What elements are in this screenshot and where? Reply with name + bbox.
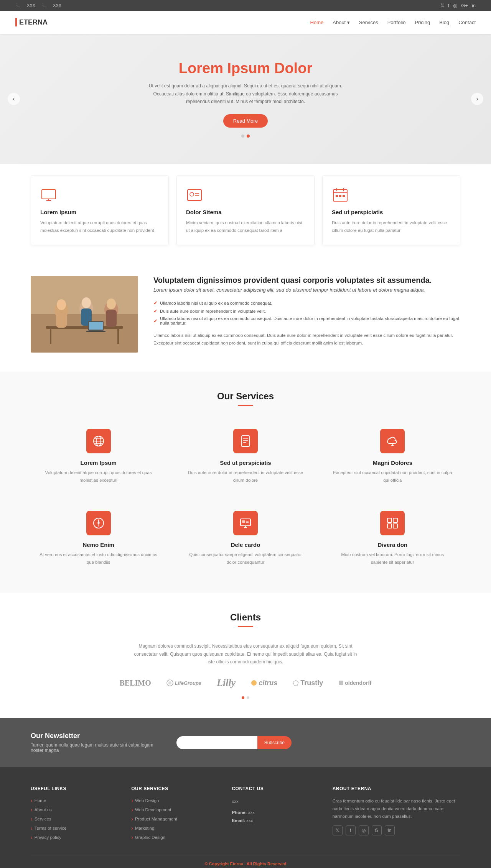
footer-link-privacy[interactable]: Privacy policy [31, 834, 116, 840]
footer-link-about[interactable]: About us [31, 807, 116, 813]
nav-services[interactable]: Services [359, 20, 378, 25]
grid-icon-box [380, 511, 405, 535]
hero-cta-button[interactable]: Read More [223, 114, 268, 128]
nav-pricing[interactable]: Pricing [415, 20, 430, 25]
svg-rect-0 [42, 190, 56, 199]
checklist-item-2: ✔ Duis aute irure dolor in reprehenderit… [153, 307, 460, 315]
footer-link-privacy-anchor[interactable]: Privacy policy [35, 835, 61, 840]
hero-title: Lorem Ipsum Dolor [146, 60, 345, 77]
footer-service-marketing-anchor[interactable]: Marketing [135, 826, 155, 830]
footer-about: About Eterna Cras fermentum odio eu feug… [333, 786, 460, 843]
svg-rect-17 [50, 329, 51, 344]
hero-dot-1[interactable] [241, 135, 244, 138]
nav-contact[interactable]: Contact [458, 20, 476, 25]
compass-icon [92, 517, 105, 529]
cloud-icon [386, 435, 399, 447]
newsletter-title: Our Newsletter [31, 732, 161, 740]
monitor2-icon [239, 517, 252, 529]
footer-google-icon[interactable]: G [372, 825, 382, 835]
footer-service-web-dev-anchor[interactable]: Web Development [135, 807, 171, 812]
newsletter-subscribe-button[interactable]: Subscribe [257, 736, 292, 749]
footer-link-services-anchor[interactable]: Services [35, 817, 51, 821]
footer-service-marketing[interactable]: Marketing [131, 825, 216, 831]
hero-arrow-left[interactable]: ‹ [8, 93, 20, 105]
about-image [31, 276, 138, 353]
footer-instagram-icon[interactable]: ◎ [359, 825, 369, 835]
svg-rect-3 [188, 190, 201, 200]
checklist-item-3: ✔ Ullamco laboris nisi ut aliquip ex ea … [153, 315, 460, 327]
about-paragraph: Ullamco laboris nisi ut aliquip ex ea co… [153, 332, 460, 347]
footer-service-web-design[interactable]: Web Design [131, 797, 216, 804]
services-grid: Lorem Ipsum Voluptatum delenit atque cor… [31, 421, 460, 574]
hero-dot-2[interactable] [247, 135, 250, 138]
footer-linkedin-icon[interactable]: in [385, 825, 395, 835]
svg-rect-12 [339, 195, 341, 197]
hero-dots [146, 135, 345, 138]
footer-link-about-anchor[interactable]: About us [35, 807, 52, 812]
footer-copyright-text: © Copyright [204, 861, 229, 866]
clients-dot-2[interactable] [247, 696, 249, 699]
footer-facebook-icon[interactable]: f [346, 825, 356, 835]
instagram-icon[interactable]: ◎ [453, 3, 457, 8]
document-icon [239, 435, 252, 447]
footer-service-web-dev[interactable]: Web Development [131, 807, 216, 813]
nav-portfolio[interactable]: Portfolio [387, 20, 406, 25]
hero-section: ‹ Lorem Ipsum Dolor Ut velit est quam do… [0, 34, 491, 164]
service-item-3-name: Magni Dolores [333, 459, 453, 466]
about-img-inner [31, 276, 138, 353]
facebook-icon[interactable]: f [448, 3, 450, 8]
footer-twitter-icon[interactable]: 𝕏 [333, 825, 343, 835]
footer-our-services: OUR SERVICES Web Design Web Development … [131, 786, 216, 843]
footer-link-home-anchor[interactable]: Home [35, 798, 46, 803]
footer-grid: USEFUL LINKS Home About us Services Term… [31, 786, 460, 843]
service-item-4-name: Nemo Enim [38, 541, 158, 548]
hero-arrow-right[interactable]: › [471, 93, 483, 105]
footer-link-home[interactable]: Home [31, 797, 116, 804]
logo-text: ETERNA [19, 18, 48, 26]
svg-rect-29 [89, 322, 103, 330]
footer-useful-links: USEFUL LINKS Home About us Services Term… [31, 786, 116, 843]
footer-useful-links-title: USEFUL LINKS [31, 786, 116, 791]
twitter-icon[interactable]: 𝕏 [440, 3, 444, 8]
clients-carousel-dots [31, 696, 460, 699]
footer-link-terms[interactable]: Terms of service [31, 825, 116, 831]
checklist-item-1: ✔ Ullamco laboris nisi ut aliquip ex ea … [153, 299, 460, 307]
linkedin-icon[interactable]: in [472, 3, 476, 8]
phone-icon: 📞 [15, 3, 21, 8]
svg-rect-53 [393, 518, 397, 522]
top-bar-social[interactable]: 𝕏 f ◎ G+ in [440, 3, 476, 8]
footer-services-title: OUR SERVICES [131, 786, 216, 791]
footer-email: Email: xxx [232, 817, 317, 825]
service-item-3-desc: Excepteur sint occaecat cupidatat non pr… [333, 469, 453, 484]
footer-service-product-mgmt[interactable]: Product Management [131, 816, 216, 822]
service-card-1-desc: Voluptatum delenit atque corrupti quos d… [40, 219, 159, 234]
top-bar-contact: 📞 XXX 📞 XXX [15, 3, 61, 8]
footer-service-product-mgmt-anchor[interactable]: Product Management [135, 817, 177, 821]
service-card-2-desc: Minim veniam, quis nostrud exercitation … [186, 219, 305, 234]
client-belimo: BELIMO [120, 679, 151, 688]
svg-rect-46 [241, 519, 250, 526]
svg-rect-36 [242, 436, 249, 446]
our-services-title: Our Services [31, 391, 460, 402]
check-icon-3: ✔ [153, 318, 158, 324]
citrus-text: citrus [259, 679, 277, 687]
nav-about[interactable]: About ▾ [333, 20, 350, 25]
footer-about-text: Cras fermentum odio eu feugiat lide par … [333, 797, 460, 820]
clients-dot-1[interactable] [242, 696, 244, 699]
svg-rect-60 [339, 681, 343, 685]
nav-home[interactable]: Home [310, 20, 324, 25]
nav-blog[interactable]: Blog [439, 20, 449, 25]
client-lifegroups: LifeGroups [166, 679, 201, 686]
monitor-icon [40, 187, 57, 203]
google-plus-icon[interactable]: G+ [461, 3, 468, 8]
footer-service-graphic-anchor[interactable]: Graphic Design [135, 835, 165, 840]
footer-link-terms-anchor[interactable]: Terms of service [35, 826, 67, 830]
svg-rect-52 [387, 518, 392, 522]
newsletter-email-input[interactable] [176, 736, 257, 749]
footer-link-services[interactable]: Services [31, 816, 116, 822]
footer-contact: CONTACT US xxx Phone: xxx Email: xxx [232, 786, 317, 843]
svg-rect-55 [393, 524, 397, 528]
footer-service-graphic[interactable]: Graphic Design [131, 834, 216, 840]
logo[interactable]: ETERNA [15, 18, 48, 26]
footer-service-web-design-anchor[interactable]: Web Design [135, 798, 159, 803]
